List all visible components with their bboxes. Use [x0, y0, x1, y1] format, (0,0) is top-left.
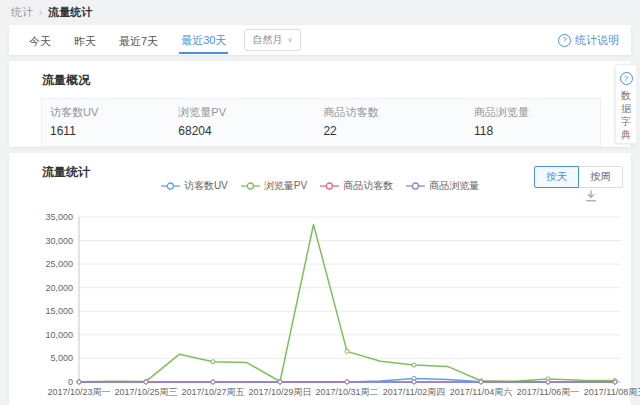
- traffic-stats-card: 流量统计 访客数UV浏览量PV商品访客数商品浏览量 按天 按周 05,00010…: [9, 153, 631, 405]
- granularity-button-group: 按天 按周: [534, 166, 623, 188]
- question-circle-icon: ?: [620, 72, 633, 85]
- by-day-button[interactable]: 按天: [534, 166, 579, 188]
- breadcrumb: 统计 › 流量统计: [0, 0, 640, 25]
- download-icon[interactable]: [584, 189, 598, 203]
- svg-text:2017/11/08周三: 2017/11/08周三: [584, 387, 640, 397]
- overview-value-item-pv: 118: [466, 122, 600, 146]
- svg-text:25,000: 25,000: [45, 259, 73, 269]
- data-dictionary-char: 据: [621, 102, 631, 115]
- svg-text:35,000: 35,000: [45, 212, 73, 222]
- data-dictionary-char: 数: [621, 89, 631, 102]
- by-week-button[interactable]: 按周: [579, 166, 623, 188]
- legend-line-marker-icon: [241, 181, 260, 191]
- overview-value-item-uv: 22: [315, 122, 466, 146]
- stats-help-link[interactable]: ? 统计说明: [558, 33, 621, 48]
- traffic-overview-card: 流量概况 访客数UV 浏览量PV 商品访客数 商品浏览量 1611 68204 …: [9, 61, 631, 147]
- overview-value-uv: 1611: [42, 122, 170, 146]
- legend-item[interactable]: 浏览量PV: [241, 179, 307, 193]
- natural-month-dropdown-value: 自然月: [252, 33, 282, 47]
- svg-text:2017/10/29周日: 2017/10/29周日: [248, 387, 311, 397]
- chevron-down-icon: ∨: [287, 36, 292, 44]
- legend-label: 商品浏览量: [429, 179, 479, 193]
- legend-item[interactable]: 商品浏览量: [406, 179, 479, 193]
- legend-line-marker-icon: [161, 181, 180, 191]
- svg-text:10,000: 10,000: [45, 330, 73, 340]
- legend-line-marker-icon: [320, 181, 339, 191]
- date-range-toolbar: 今天 昨天 最近7天 最近30天 自然月 ∨ ? 统计说明: [9, 25, 631, 55]
- overview-title: 流量概况: [9, 61, 631, 89]
- tab-today[interactable]: 今天: [27, 28, 53, 53]
- svg-text:2017/11/02周四: 2017/11/02周四: [383, 387, 445, 397]
- overview-table: 访客数UV 浏览量PV 商品访客数 商品浏览量 1611 68204 22 11…: [41, 98, 601, 147]
- legend-line-marker-icon: [406, 181, 425, 191]
- svg-text:2017/11/04周六: 2017/11/04周六: [450, 387, 512, 397]
- svg-text:30,000: 30,000: [45, 236, 73, 246]
- svg-text:2017/10/31周二: 2017/10/31周二: [315, 387, 378, 397]
- tab-last30days[interactable]: 最近30天: [179, 27, 228, 54]
- stats-help-label: 统计说明: [575, 33, 619, 48]
- legend-label: 商品访客数: [343, 179, 393, 193]
- data-dictionary-char: 典: [621, 128, 631, 141]
- legend-item[interactable]: 访客数UV: [161, 179, 228, 193]
- chart-legend: 访客数UV浏览量PV商品访客数商品浏览量: [161, 179, 479, 193]
- traffic-stats-page: 统计 › 流量统计 今天 昨天 最近7天 最近30天 自然月 ∨ ? 统计说明 …: [0, 0, 640, 405]
- overview-value-pv: 68204: [170, 122, 315, 146]
- overview-header-item-uv: 商品访客数: [315, 99, 466, 122]
- breadcrumb-current: 流量统计: [48, 5, 92, 20]
- svg-text:5,000: 5,000: [50, 353, 73, 363]
- overview-header-pv: 浏览量PV: [170, 99, 315, 122]
- svg-text:2017/11/06周一: 2017/11/06周一: [517, 387, 579, 397]
- svg-text:2017/10/23周一: 2017/10/23周一: [47, 387, 110, 397]
- overview-header-item-pv: 商品浏览量: [466, 99, 600, 122]
- natural-month-dropdown[interactable]: 自然月 ∨: [244, 29, 300, 51]
- tab-yesterday[interactable]: 昨天: [72, 28, 98, 53]
- breadcrumb-separator-icon: ›: [39, 7, 42, 18]
- legend-item[interactable]: 商品访客数: [320, 179, 393, 193]
- legend-label: 浏览量PV: [264, 179, 307, 193]
- breadcrumb-section[interactable]: 统计: [11, 5, 33, 20]
- traffic-line-chart: 05,00010,00015,00020,00025,00030,00035,0…: [9, 205, 640, 405]
- data-dictionary-tab[interactable]: ? 数 据 字 典: [615, 64, 636, 144]
- legend-label: 访客数UV: [184, 179, 228, 193]
- svg-text:0: 0: [68, 377, 73, 387]
- data-dictionary-char: 字: [621, 115, 631, 128]
- svg-text:2017/10/27周五: 2017/10/27周五: [181, 387, 244, 397]
- svg-text:20,000: 20,000: [45, 283, 73, 293]
- tab-last7days[interactable]: 最近7天: [117, 28, 160, 53]
- overview-header-uv: 访客数UV: [42, 99, 170, 122]
- svg-text:2017/10/25周三: 2017/10/25周三: [114, 387, 177, 397]
- question-circle-icon: ?: [558, 34, 571, 47]
- svg-text:15,000: 15,000: [45, 306, 73, 316]
